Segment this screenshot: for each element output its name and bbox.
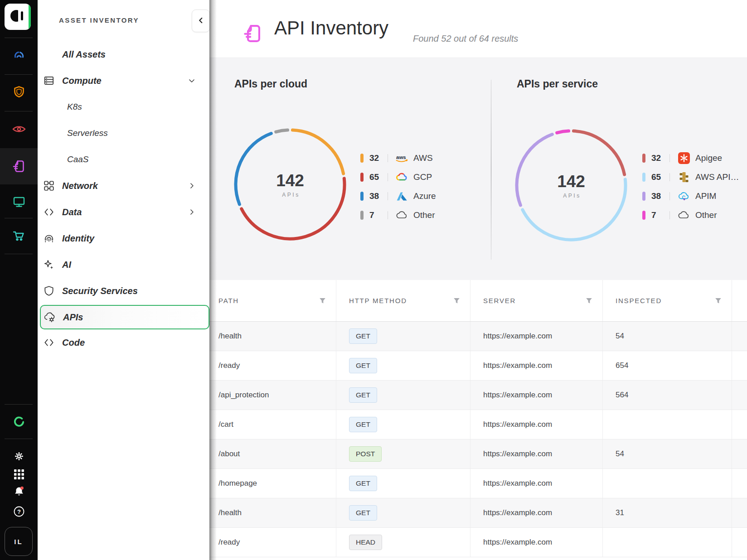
sidebar-collapse-button[interactable]: [192, 10, 210, 32]
chevron-down-icon[interactable]: [187, 76, 196, 85]
marketplace-cart-icon[interactable]: [0, 228, 38, 244]
azure-icon: [395, 192, 409, 201]
dashboard-gauge-icon[interactable]: [0, 48, 38, 63]
rail-divider: [5, 111, 33, 111]
legend-swatch: [642, 154, 645, 163]
legend-item-other[interactable]: 7Other: [360, 206, 436, 225]
method-badge: HEAD: [349, 535, 382, 550]
legend-item-azure[interactable]: 38Azure: [360, 187, 436, 206]
spacer-cell: [732, 322, 747, 351]
method-badge: GET: [349, 505, 377, 521]
legend-item-other[interactable]: 7Other: [642, 206, 739, 225]
sidebar-item-all-assets[interactable]: All Assets: [38, 41, 209, 68]
notifications-bell-icon[interactable]: [0, 484, 38, 499]
product-logo[interactable]: [5, 4, 31, 30]
legend-item-apim[interactable]: 38APIM: [642, 187, 739, 206]
cloud-gear-icon: [44, 311, 56, 323]
user-avatar[interactable]: IL: [5, 527, 33, 556]
sidebar-item-k8s[interactable]: K8s: [38, 94, 209, 120]
method-cell: GET: [336, 351, 471, 380]
visibility-eye-icon[interactable]: [0, 121, 38, 137]
method-cell: GET: [336, 322, 471, 351]
apis-per-cloud-chart: APIs per cloud 142 APIs 32awsAWS65GCP38A…: [209, 58, 491, 280]
spacer-cell: [732, 498, 747, 527]
svg-text:aws: aws: [396, 154, 406, 160]
rail-divider: [5, 439, 33, 439]
table-row[interactable]: /cartGEThttps://example.com: [209, 410, 747, 439]
chevron-right-icon[interactable]: [187, 181, 196, 190]
filter-icon[interactable]: [586, 298, 592, 304]
charts-section: APIs per cloud 142 APIs 32awsAWS65GCP38A…: [209, 58, 747, 280]
method-badge: GET: [349, 387, 377, 403]
server-cell: https://example.com: [471, 498, 603, 527]
security-shield-icon[interactable]: [0, 84, 38, 100]
rail-divider: [5, 218, 33, 218]
method-badge: GET: [349, 358, 377, 373]
table-row[interactable]: /readyGEThttps://example.com654: [209, 351, 747, 381]
sidebar-item-data[interactable]: Data: [38, 199, 209, 225]
method-cell: GET: [336, 469, 471, 498]
legend-swatch: [360, 173, 364, 182]
filter-icon[interactable]: [319, 298, 326, 304]
legend-item-aws-api[interactable]: 65AWS API…: [642, 168, 739, 187]
legend-separator: [669, 211, 670, 219]
legend-label: Other: [695, 210, 717, 220]
sidebar-item-label: Serverless: [67, 128, 108, 138]
shield-icon: [43, 285, 55, 297]
filter-icon[interactable]: [715, 298, 722, 304]
sparkles-icon: [43, 259, 55, 270]
legend-item-apigee[interactable]: 32Apigee: [642, 149, 739, 168]
legend-label: AWS: [413, 153, 433, 163]
endpoints-monitor-icon[interactable]: [0, 194, 38, 209]
inspected-cell: 654: [603, 351, 732, 380]
legend-value: 65: [651, 172, 668, 182]
sidebar-item-label: Security Services: [62, 286, 138, 296]
spacer-cell: [732, 351, 747, 380]
legend-swatch: [360, 154, 364, 163]
table-row[interactable]: /api_protectionGEThttps://example.com564: [209, 381, 747, 410]
sidebar-item-label: Network: [62, 181, 98, 191]
legend-separator: [669, 192, 670, 200]
table-row[interactable]: /healthGEThttps://example.com31: [209, 498, 747, 528]
rail-divider: [5, 38, 33, 38]
table-row[interactable]: /healthGEThttps://example.com54: [209, 322, 747, 351]
sidebar-item-security-services[interactable]: Security Services: [38, 278, 209, 304]
status-ring-icon[interactable]: [0, 414, 38, 430]
settings-gear-icon[interactable]: [0, 449, 38, 464]
sidebar-item-identity[interactable]: Identity: [38, 225, 209, 251]
sidebar-item-caas[interactable]: CaaS: [38, 146, 209, 173]
legend-label: GCP: [413, 172, 432, 182]
legend-swatch: [360, 211, 364, 220]
inspected-cell: 564: [603, 381, 732, 410]
table-header-row: PATHHTTP METHODSERVERINSPECTED: [209, 280, 747, 322]
filter-icon[interactable]: [453, 298, 460, 304]
sidebar-item-compute[interactable]: Compute: [38, 68, 209, 94]
table-row[interactable]: /aboutPOSThttps://example.com54: [209, 439, 747, 469]
apps-grid-icon[interactable]: [0, 467, 38, 482]
legend-value: 38: [369, 191, 386, 201]
donut-chart: 142 APIs: [231, 126, 349, 243]
code-icon: [43, 337, 55, 348]
inspected-cell: 54: [603, 439, 732, 468]
sidebar-item-serverless[interactable]: Serverless: [38, 120, 209, 146]
logo-accent-bar: [29, 4, 31, 30]
spacer-cell: [732, 410, 747, 439]
sidebar-item-ai[interactable]: AI: [38, 251, 209, 278]
asset-inventory-doc-icon[interactable]: [0, 159, 38, 174]
table-row[interactable]: /homepageGEThttps://example.com: [209, 469, 747, 498]
donut-total-label: APIs: [563, 193, 581, 199]
chart-title: APIs per service: [517, 78, 598, 90]
sidebar-item-code[interactable]: Code: [38, 329, 209, 356]
table-row[interactable]: /readyHEADhttps://example.com: [209, 528, 747, 557]
help-icon[interactable]: ?: [0, 504, 38, 519]
chevron-right-icon[interactable]: [187, 208, 196, 217]
sidebar-item-network[interactable]: Network: [38, 173, 209, 199]
sidebar-item-apis[interactable]: APIs: [40, 305, 209, 329]
api-table: PATHHTTP METHODSERVERINSPECTED /healthGE…: [209, 280, 747, 560]
legend-item-aws[interactable]: 32awsAWS: [360, 149, 436, 168]
legend-item-gcp[interactable]: 65GCP: [360, 168, 436, 187]
network-icon: [43, 180, 55, 192]
page-header: API Inventory Found 52 out of 64 results: [209, 0, 747, 58]
column-header-server: SERVER: [471, 280, 603, 321]
donut-total: 142: [557, 172, 585, 191]
